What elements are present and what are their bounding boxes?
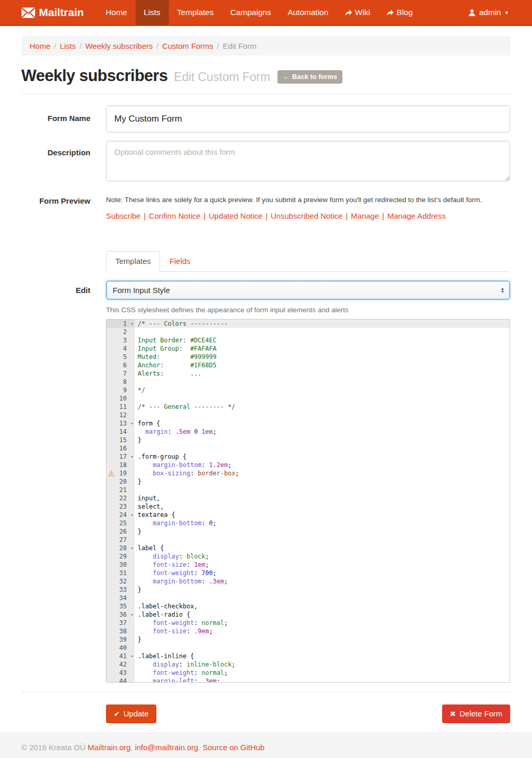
- code-line-text: margin-bottom: 1.2em;: [135, 461, 232, 469]
- fold-icon[interactable]: ▾: [131, 320, 134, 328]
- breadcrumb-link[interactable]: Lists: [60, 42, 76, 50]
- editor-line[interactable]: 3Input Border: #DCE4EC: [107, 336, 510, 344]
- preview-link[interactable]: Updated Notice: [209, 211, 262, 220]
- preview-link[interactable]: Confirm Notice: [149, 211, 201, 220]
- editor-line[interactable]: 1▾/* --- Colors ----------: [107, 320, 510, 328]
- fold-icon[interactable]: ▾: [131, 453, 134, 461]
- delete-form-button[interactable]: ✖ Delete Form: [442, 704, 510, 723]
- editor-line[interactable]: 38 font-size: .9em;: [107, 627, 510, 635]
- editor-line[interactable]: 39}: [107, 635, 510, 644]
- editor-line[interactable]: 35.label-checkbox,: [107, 602, 510, 610]
- editor-line[interactable]: 24▾textarea {: [107, 511, 510, 519]
- editor-line[interactable]: 9*/: [107, 386, 510, 394]
- editor-line[interactable]: 16: [107, 444, 510, 453]
- footer-link-site[interactable]: Mailtrain.org: [88, 743, 131, 752]
- preview-link[interactable]: Subscribe: [106, 211, 141, 220]
- editor-line[interactable]: 23select,: [107, 502, 510, 511]
- editor-line[interactable]: 28▾label {: [107, 544, 510, 552]
- code-editor[interactable]: 1▾/* --- Colors ----------23Input Border…: [106, 319, 510, 683]
- editor-line[interactable]: 22input,: [107, 494, 510, 502]
- editor-line[interactable]: 41▾.label-inline {: [107, 652, 510, 660]
- fold-icon[interactable]: ▾: [131, 610, 134, 619]
- edit-template-select[interactable]: Form Input Style ▲▼: [106, 281, 510, 300]
- preview-link[interactable]: Manage Address: [387, 211, 446, 220]
- update-button[interactable]: ✔ Update: [106, 704, 156, 723]
- editor-gutter-cell: 9: [107, 386, 135, 394]
- editor-line[interactable]: 11/* --- General -------- */: [107, 403, 510, 411]
- nav-item-lists[interactable]: Lists: [136, 0, 169, 25]
- editor-line[interactable]: 4Input Group: #FAFAFA: [107, 344, 510, 353]
- editor-gutter-cell: 44: [107, 677, 135, 683]
- editor-line[interactable]: 32 margin-bottom: .3em;: [107, 577, 510, 586]
- preview-link[interactable]: Manage: [351, 211, 379, 220]
- nav-item-templates[interactable]: Templates: [169, 0, 222, 25]
- editor-line[interactable]: 27: [107, 536, 510, 544]
- user-name: admin: [479, 8, 501, 17]
- editor-line[interactable]: 21: [107, 486, 510, 494]
- tab-templates[interactable]: Templates: [106, 251, 160, 272]
- nav-item-blog[interactable]: Blog: [378, 0, 421, 25]
- nav-item-wiki[interactable]: Wiki: [337, 0, 378, 25]
- form-name-input[interactable]: [106, 105, 510, 132]
- editor-line[interactable]: 12: [107, 411, 510, 419]
- editor-line[interactable]: 6Anchor: #1F68D5: [107, 361, 510, 369]
- editor-line[interactable]: 42 display: inline-block;: [107, 660, 510, 669]
- breadcrumb-separator: /: [79, 42, 82, 50]
- fold-icon[interactable]: ▾: [131, 511, 134, 519]
- back-to-forms-button[interactable]: ← Back to forms: [277, 70, 342, 84]
- preview-link-separator: |: [144, 211, 146, 220]
- breadcrumb-link[interactable]: Weekly subscribers: [85, 42, 153, 50]
- fold-icon[interactable]: ▾: [131, 652, 134, 660]
- editor-line[interactable]: 30 font-size: 1em;: [107, 561, 510, 569]
- editor-line[interactable]: 8: [107, 378, 510, 386]
- editor-line[interactable]: 19 box-sizing: border-box;: [107, 469, 510, 477]
- nav-item-home[interactable]: Home: [97, 0, 135, 25]
- editor-line[interactable]: 14 margin: .5em 0 1em;: [107, 428, 510, 436]
- editor-gutter-cell: 23: [107, 502, 135, 511]
- editor-line[interactable]: 18 margin-bottom: 1.2em;: [107, 461, 510, 469]
- preview-link[interactable]: Unsubscribed Notice: [271, 211, 342, 220]
- editor-line[interactable]: 26}: [107, 527, 510, 536]
- breadcrumb-link[interactable]: Custom Forms: [162, 42, 213, 50]
- editor-line[interactable]: 29 display: block;: [107, 552, 510, 561]
- nav-item-label: Home: [105, 8, 127, 17]
- editor-line[interactable]: 40: [107, 644, 510, 652]
- code-line-text: display: inline-block;: [135, 660, 235, 669]
- chevron-down-icon: ▾: [505, 9, 508, 16]
- fold-icon[interactable]: ▾: [131, 544, 134, 552]
- user-menu[interactable]: admin ▾: [465, 0, 511, 25]
- editor-gutter-cell: 31: [107, 569, 135, 577]
- brand[interactable]: Mailtrain: [0, 0, 97, 25]
- line-number: 26: [119, 528, 127, 535]
- editor-line[interactable]: 25 margin-bottom: 0;: [107, 519, 510, 527]
- editor-line[interactable]: 37 font-weight: normal;: [107, 619, 510, 627]
- footer-link-email[interactable]: info@mailtrain.org: [135, 743, 198, 752]
- editor-line[interactable]: 2: [107, 328, 510, 336]
- editor-line[interactable]: 15}: [107, 436, 510, 444]
- editor-gutter-cell: 37: [107, 619, 135, 627]
- nav-item-automation[interactable]: Automation: [280, 0, 337, 25]
- breadcrumb-link[interactable]: Home: [30, 42, 50, 50]
- line-number: 35: [119, 603, 127, 610]
- preview-note: Note: These links are solely for a quick…: [106, 196, 510, 204]
- editor-line[interactable]: 10: [107, 394, 510, 403]
- tab-fields[interactable]: Fields: [160, 251, 200, 272]
- nav-item-campaigns[interactable]: Campaigns: [222, 0, 279, 25]
- description-textarea[interactable]: [106, 141, 510, 181]
- editor-line[interactable]: 36▾.label-radio {: [107, 610, 510, 619]
- editor-line[interactable]: 17▾.form-group {: [107, 453, 510, 461]
- editor-line[interactable]: 7Alerts: ...: [107, 369, 510, 378]
- editor-line[interactable]: 44 margin-left: .3em;: [107, 677, 510, 683]
- editor-line[interactable]: 33}: [107, 586, 510, 594]
- preview-link-separator: |: [265, 211, 268, 220]
- editor-line[interactable]: 20}: [107, 477, 510, 486]
- editor-line[interactable]: 34: [107, 594, 510, 602]
- editor-line[interactable]: 31 font-weight: 700;: [107, 569, 510, 577]
- code-line-text: font-size: .9em;: [135, 627, 213, 635]
- editor-line[interactable]: 5Muted: #999999: [107, 353, 510, 361]
- editor-line[interactable]: 13▾form {: [107, 419, 510, 428]
- fold-icon[interactable]: ▾: [131, 419, 134, 428]
- footer-link-source[interactable]: Source on GitHub: [203, 743, 264, 752]
- editor-line[interactable]: 43 font-weight: normal;: [107, 669, 510, 677]
- code-line-text: [135, 444, 138, 453]
